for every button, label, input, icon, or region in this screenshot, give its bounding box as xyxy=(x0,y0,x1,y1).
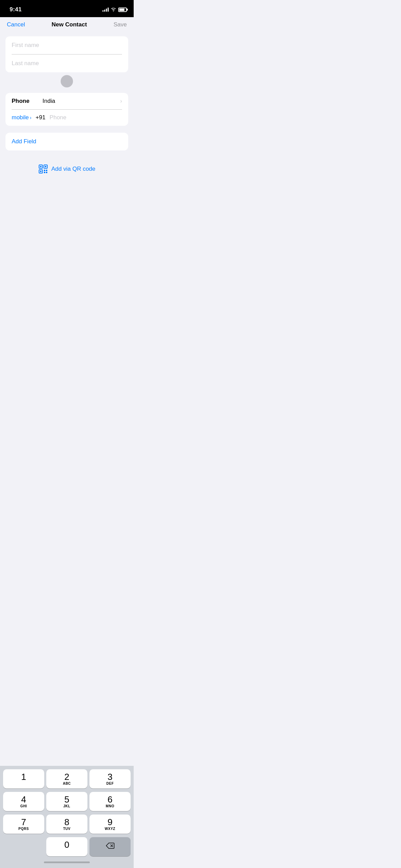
first-name-input[interactable] xyxy=(5,36,128,54)
svg-rect-1 xyxy=(40,166,41,167)
svg-rect-3 xyxy=(45,166,46,167)
signal-icon xyxy=(102,8,109,12)
svg-rect-5 xyxy=(40,171,41,172)
wifi-icon xyxy=(111,7,116,12)
battery-icon xyxy=(118,8,127,12)
mobile-chevron-icon: › xyxy=(30,115,32,120)
qr-icon xyxy=(38,164,48,174)
add-field-card: Add Field xyxy=(5,133,128,150)
mobile-label-text: mobile xyxy=(12,114,29,121)
svg-rect-6 xyxy=(44,170,45,171)
phone-country-row[interactable]: Phone India › xyxy=(5,93,128,109)
phone-input[interactable] xyxy=(50,114,122,121)
phone-country: India xyxy=(42,98,120,105)
add-field-button[interactable]: Add Field xyxy=(5,133,128,150)
svg-rect-8 xyxy=(44,172,45,173)
mobile-row: mobile › +91 xyxy=(5,109,128,126)
svg-rect-9 xyxy=(46,172,47,173)
name-card xyxy=(5,36,128,72)
svg-rect-7 xyxy=(46,170,47,171)
phone-card: Phone India › mobile › +91 xyxy=(5,93,128,126)
nav-bar: Cancel New Contact Save xyxy=(0,17,134,31)
save-button[interactable]: Save xyxy=(113,21,127,28)
phone-chevron-icon: › xyxy=(120,98,122,104)
qr-section[interactable]: Add via QR code xyxy=(5,159,128,179)
scroll-indicator xyxy=(61,75,73,87)
status-icons xyxy=(102,7,127,12)
status-time: 9:41 xyxy=(10,6,22,13)
status-bar: 9:41 xyxy=(0,0,134,17)
mobile-type-button[interactable]: mobile › xyxy=(12,114,32,121)
content-area: Phone India › mobile › +91 Add Field xyxy=(0,31,134,179)
last-name-input[interactable] xyxy=(5,55,128,72)
page-title: New Contact xyxy=(52,21,87,28)
cancel-button[interactable]: Cancel xyxy=(7,21,25,28)
qr-label: Add via QR code xyxy=(51,166,96,172)
scroll-indicator-wrap xyxy=(5,75,128,87)
phone-prefix: +91 xyxy=(36,114,46,121)
phone-label: Phone xyxy=(12,98,42,105)
